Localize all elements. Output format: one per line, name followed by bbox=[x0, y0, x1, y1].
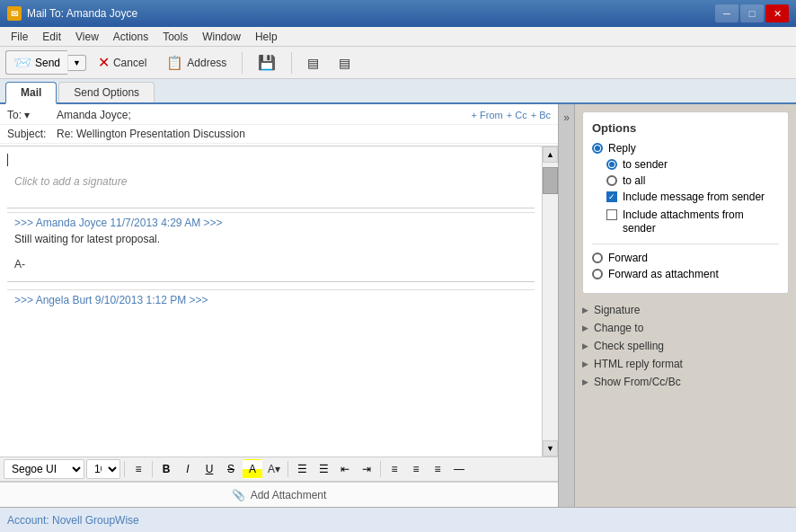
italic-button[interactable]: I bbox=[178, 459, 198, 479]
send-dropdown-arrow[interactable]: ▼ bbox=[67, 55, 86, 71]
scrollbar-thumb[interactable] bbox=[543, 167, 558, 194]
font-color-button[interactable]: A▾ bbox=[264, 459, 284, 479]
forward-radio[interactable]: Forward bbox=[592, 252, 779, 264]
include-attachments-indicator bbox=[606, 209, 617, 220]
number-list-button[interactable]: ☰ bbox=[314, 459, 333, 479]
align-right-button[interactable]: ≡ bbox=[428, 459, 447, 479]
menu-actions[interactable]: Actions bbox=[106, 29, 155, 45]
minimize-button[interactable]: ─ bbox=[715, 4, 739, 22]
format-button-2[interactable]: ▤ bbox=[331, 52, 358, 74]
menu-edit[interactable]: Edit bbox=[35, 29, 68, 45]
html-reply-link[interactable]: ▶ HTML reply format bbox=[575, 355, 796, 373]
subject-label: Subject: bbox=[7, 128, 57, 140]
show-from-arrow: ▶ bbox=[582, 377, 588, 386]
panel-content: Options Reply to sender to all bbox=[575, 104, 796, 507]
menu-help[interactable]: Help bbox=[248, 29, 285, 45]
title-bar: ✉ Mail To: Amanda Joyce ─ □ ✕ bbox=[0, 0, 796, 27]
forward-attachment-radio[interactable]: Forward as attachment bbox=[592, 268, 779, 280]
increase-indent-icon: ⇥ bbox=[362, 463, 371, 475]
align-center-icon: ≡ bbox=[412, 463, 419, 475]
address-button[interactable]: 📋 Address bbox=[158, 51, 234, 75]
include-attachments-checkbox[interactable]: Include attachments from sender bbox=[606, 208, 779, 236]
bold-button[interactable]: B bbox=[156, 459, 176, 479]
forward-label: Forward bbox=[608, 252, 648, 264]
check-spelling-link[interactable]: ▶ Check spelling bbox=[575, 337, 796, 355]
font-size-select[interactable]: 10 bbox=[86, 459, 120, 479]
attachment-icon: 📎 bbox=[232, 489, 245, 501]
check-spelling-arrow: ▶ bbox=[582, 341, 588, 350]
cc-action[interactable]: + Cc bbox=[507, 110, 527, 120]
decrease-indent-button[interactable]: ⇤ bbox=[335, 459, 355, 479]
cancel-icon: ✕ bbox=[98, 54, 110, 71]
menu-view[interactable]: View bbox=[68, 29, 106, 45]
forward-attachment-label: Forward as attachment bbox=[608, 268, 719, 280]
add-attachment-bar[interactable]: 📎 Add Attachment bbox=[0, 482, 558, 507]
to-arrow[interactable]: To: ▾ bbox=[7, 109, 30, 121]
toolbar-separator-2 bbox=[291, 52, 292, 74]
underline-button[interactable]: U bbox=[199, 459, 219, 479]
format-button-1[interactable]: ▤ bbox=[299, 52, 327, 74]
change-to-link[interactable]: ▶ Change to bbox=[575, 319, 796, 337]
to-sender-radio[interactable]: to sender bbox=[606, 158, 779, 171]
toolbar: 📨 Send ▼ ✕ Cancel 📋 Address 💾 ▤ ▤ bbox=[0, 47, 796, 79]
menu-bar: File Edit View Actions Tools Window Help bbox=[0, 27, 796, 47]
strikethrough-button[interactable]: S bbox=[221, 459, 241, 479]
to-value[interactable]: Amanda Joyce; bbox=[57, 109, 472, 121]
signature-arrow: ▶ bbox=[582, 306, 588, 315]
cancel-button[interactable]: ✕ Cancel bbox=[90, 50, 155, 75]
options-title: Options bbox=[592, 121, 779, 135]
font-family-select[interactable]: Segoe UI bbox=[4, 459, 84, 479]
field-actions: + From + Cc + Bc bbox=[472, 110, 551, 120]
to-row: To: ▾ Amanda Joyce; + From + Cc + Bc bbox=[0, 106, 558, 125]
signature-label: Signature bbox=[594, 304, 640, 316]
align-center-button[interactable]: ≡ bbox=[406, 459, 426, 479]
horizontal-rule-icon: — bbox=[454, 463, 464, 475]
from-action[interactable]: + From bbox=[472, 110, 503, 120]
menu-file[interactable]: File bbox=[4, 29, 35, 45]
tab-mail[interactable]: Mail bbox=[5, 82, 57, 104]
to-sender-label: to sender bbox=[623, 158, 668, 171]
highlight-button[interactable]: A bbox=[243, 459, 262, 479]
vertical-scrollbar: ▲ ▼ bbox=[542, 146, 558, 457]
cursor-line bbox=[7, 152, 535, 168]
scrollbar-track[interactable] bbox=[543, 163, 558, 440]
save-button[interactable]: 💾 bbox=[250, 50, 284, 75]
html-reply-arrow: ▶ bbox=[582, 359, 588, 368]
align-button[interactable]: ≡ bbox=[128, 459, 148, 479]
increase-indent-button[interactable]: ⇥ bbox=[357, 459, 376, 479]
reply-radio[interactable]: Reply bbox=[592, 142, 779, 155]
maximize-button[interactable]: □ bbox=[740, 4, 764, 22]
tab-send-options[interactable]: Send Options bbox=[58, 82, 155, 102]
signature-link[interactable]: ▶ Signature bbox=[575, 301, 796, 319]
show-from-link[interactable]: ▶ Show From/Cc/Bc bbox=[575, 373, 796, 391]
to-sender-indicator bbox=[606, 159, 617, 170]
scroll-up-button[interactable]: ▲ bbox=[543, 146, 558, 163]
change-to-label: Change to bbox=[594, 322, 643, 334]
subject-value[interactable]: Re: Wellington Presentation Discussion bbox=[57, 128, 551, 140]
align-left-button[interactable]: ≡ bbox=[385, 459, 404, 479]
format-icon-1: ▤ bbox=[307, 56, 319, 70]
include-message-checkbox[interactable]: ✓ Include message from sender bbox=[606, 191, 779, 205]
panel-toggle[interactable]: » bbox=[559, 104, 575, 507]
scroll-down-button[interactable]: ▼ bbox=[543, 440, 558, 457]
signature-area[interactable]: Click to add a signature bbox=[7, 168, 535, 204]
attachment-label: Add Attachment bbox=[251, 489, 327, 501]
menu-window[interactable]: Window bbox=[195, 29, 248, 45]
horizontal-rule-button[interactable]: — bbox=[449, 459, 469, 479]
quoted-section-1: >>> Amanda Joyce 11/7/2013 4:29 AM >>> S… bbox=[7, 212, 535, 274]
body-content[interactable]: Click to add a signature >>> Amanda Joyc… bbox=[0, 146, 542, 457]
bullet-list-button[interactable]: ☰ bbox=[292, 459, 312, 479]
header-fields: To: ▾ Amanda Joyce; + From + Cc + Bc Sub… bbox=[0, 104, 558, 146]
send-button[interactable]: 📨 Send bbox=[5, 50, 67, 75]
menu-tools[interactable]: Tools bbox=[155, 29, 195, 45]
align-right-icon: ≡ bbox=[434, 463, 440, 475]
toolbar-separator-1 bbox=[242, 52, 243, 74]
close-button[interactable]: ✕ bbox=[765, 4, 789, 22]
to-all-radio[interactable]: to all bbox=[606, 174, 779, 187]
include-message-indicator: ✓ bbox=[606, 191, 617, 202]
quoted-header-1: >>> Amanda Joyce 11/7/2013 4:29 AM >>> bbox=[14, 217, 527, 229]
html-reply-label: HTML reply format bbox=[594, 358, 683, 370]
send-icon: 📨 bbox=[13, 54, 31, 71]
panel-toggle-arrow: » bbox=[563, 111, 570, 124]
bcc-action[interactable]: + Bc bbox=[531, 110, 551, 120]
